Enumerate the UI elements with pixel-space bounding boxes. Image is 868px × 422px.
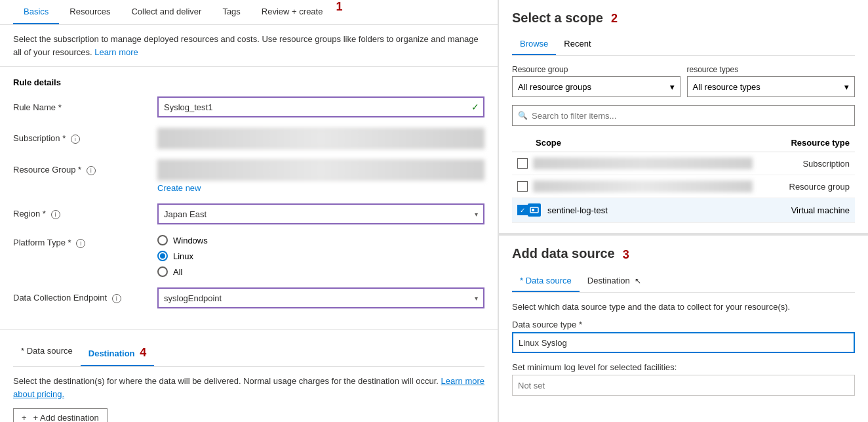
subscription-info-icon[interactable]: i	[71, 135, 80, 144]
rule-name-label: Rule Name *	[13, 102, 157, 112]
tab-collect-deliver[interactable]: Collect and deliver	[121, 0, 212, 24]
browse-tab[interactable]: Browse	[512, 33, 556, 55]
subscription-type: Subscription	[758, 159, 850, 169]
step3-number: 3	[623, 248, 629, 262]
linux-radio[interactable]	[157, 251, 168, 261]
search-box: 🔍	[512, 105, 855, 126]
rule-name-input-wrapper: ✓	[157, 96, 484, 117]
resource-types-filter-wrapper: resource types All resource types ▾	[687, 65, 856, 97]
data-source-type-input[interactable]	[512, 332, 855, 353]
endpoint-label: Data Collection Endpoint i	[13, 293, 157, 303]
rule-details-section: Rule details Rule Name * ✓ Subscription …	[0, 67, 498, 329]
subscription-row: Subscription * i	[13, 128, 484, 149]
scope-row-vm[interactable]: ✓ sentinel-log-test Virtual machine	[512, 198, 855, 222]
rg-blurred	[533, 180, 753, 192]
svg-rect-1	[532, 209, 534, 211]
all-radio[interactable]	[157, 266, 168, 277]
vm-icon	[528, 203, 541, 217]
rg-info-icon[interactable]: i	[87, 166, 96, 175]
subscription-label: Subscription * i	[13, 133, 157, 144]
region-row: Region * i Japan East ▾	[13, 203, 484, 224]
endpoint-info-icon[interactable]: i	[112, 294, 121, 303]
region-dropdown[interactable]: Japan East ▾	[157, 203, 484, 224]
bottom-section: * Data source Destination 4 Select the d…	[0, 330, 498, 422]
resource-group-filter[interactable]: All resource groups ▾	[512, 76, 681, 97]
rg-checkbox[interactable]	[517, 181, 528, 192]
search-input[interactable]	[532, 111, 849, 121]
add-data-panel: Add data source 3 * Data source Destinat…	[499, 234, 868, 406]
platform-type-label: Platform Type * i	[13, 235, 157, 248]
vm-checkbox[interactable]: ✓	[517, 205, 528, 215]
add-icon: +	[22, 413, 27, 422]
add-destination-button[interactable]: + + Add destination	[13, 408, 108, 422]
rule-name-input[interactable]	[157, 96, 484, 117]
platform-type-row: Platform Type * i Windows Linux All	[13, 235, 484, 277]
platform-windows[interactable]: Windows	[157, 235, 208, 245]
resource-group-filter-label: Resource group	[512, 65, 681, 74]
scope-row-subscription: Subscription	[512, 152, 855, 175]
cursor-indicator: ↖	[635, 276, 641, 285]
region-info-icon[interactable]: i	[51, 210, 60, 219]
subscription-blurred	[533, 158, 753, 169]
resource-types-filter-label: resource types	[687, 65, 856, 74]
log-level-input[interactable]	[512, 375, 855, 396]
add-data-title: Add data source	[512, 246, 615, 261]
type-col-header: Resource type	[758, 138, 850, 148]
scope-table-header: Scope Resource type	[512, 134, 855, 152]
search-icon: 🔍	[518, 111, 528, 120]
windows-radio[interactable]	[157, 235, 168, 245]
rule-name-row: Rule Name * ✓	[13, 96, 484, 117]
scope-title: Select a scope	[512, 11, 603, 26]
dest-description: Select the destination(s) for where the …	[13, 375, 484, 400]
subscription-checkbox[interactable]	[517, 158, 528, 169]
check-icon: ✓	[471, 102, 479, 112]
tab-review-create[interactable]: Review + create	[251, 0, 334, 24]
scope-col-header: Scope	[536, 138, 758, 148]
region-dropdown-arrow: ▾	[475, 211, 478, 218]
endpoint-dropdown-arrow: ▾	[475, 295, 478, 302]
browse-tabs: Browse Recent	[512, 33, 855, 56]
rg-type: Resource group	[758, 182, 850, 192]
create-new-link[interactable]: Create new	[157, 183, 201, 193]
filters-row: Resource group All resource groups ▾ res…	[512, 65, 855, 97]
resource-types-filter[interactable]: All resource types ▾	[687, 76, 856, 97]
step2-number: 2	[611, 12, 618, 26]
tab-tags[interactable]: Tags	[212, 0, 250, 24]
rg-filter-arrow: ▾	[670, 82, 675, 92]
resource-group-filter-wrapper: Resource group All resource groups ▾	[512, 65, 681, 97]
main-tabs: Basics Resources Collect and deliver Tag…	[0, 0, 498, 25]
endpoint-row: Data Collection Endpoint i syslogEndpoin…	[13, 287, 484, 308]
region-label: Region * i	[13, 209, 157, 219]
data-source-tab[interactable]: * Data source	[512, 270, 580, 292]
data-source-tabs: * Data source Destination ↖	[512, 270, 855, 293]
resource-group-row: Resource Group * i Create new	[13, 159, 484, 193]
left-panel: Basics Resources Collect and deliver Tag…	[0, 0, 498, 422]
learn-more-link[interactable]: Learn more	[94, 47, 138, 57]
log-level-label: Set minimum log level for selected facil…	[512, 362, 855, 372]
description-text: Select the subscription to manage deploy…	[0, 25, 498, 67]
scope-section: Select a scope 2 Browse Recent Resource …	[499, 0, 868, 234]
vm-type: Virtual machine	[791, 205, 850, 215]
scope-row-rg: Resource group	[512, 175, 855, 198]
resource-group-label: Resource Group * i	[13, 165, 157, 175]
rule-details-title: Rule details	[13, 77, 484, 87]
recent-tab[interactable]: Recent	[556, 33, 599, 55]
subscription-value-blurred	[157, 128, 484, 149]
resource-group-value-blurred	[157, 159, 484, 180]
rt-filter-arrow: ▾	[844, 82, 849, 92]
tab-destination[interactable]: Destination 4	[81, 341, 154, 366]
tab-data-source[interactable]: * Data source	[13, 341, 81, 366]
tab-basics[interactable]: Basics	[13, 0, 59, 24]
vm-name: sentinel-log-test	[528, 203, 791, 217]
platform-linux[interactable]: Linux	[157, 251, 208, 261]
right-panel: Select a scope 2 Browse Recent Resource …	[498, 0, 868, 422]
platform-info-icon[interactable]: i	[76, 239, 85, 248]
step1-number: 1	[336, 0, 342, 24]
destination-tab[interactable]: Destination ↖	[580, 270, 650, 292]
platform-all[interactable]: All	[157, 266, 208, 277]
step4-number: 4	[140, 346, 146, 359]
tab-resources[interactable]: Resources	[59, 0, 121, 24]
platform-radio-group: Windows Linux All	[157, 235, 208, 277]
data-source-type-label: Data source type *	[512, 320, 855, 329]
endpoint-dropdown[interactable]: syslogEndpoint ▾	[157, 287, 484, 308]
